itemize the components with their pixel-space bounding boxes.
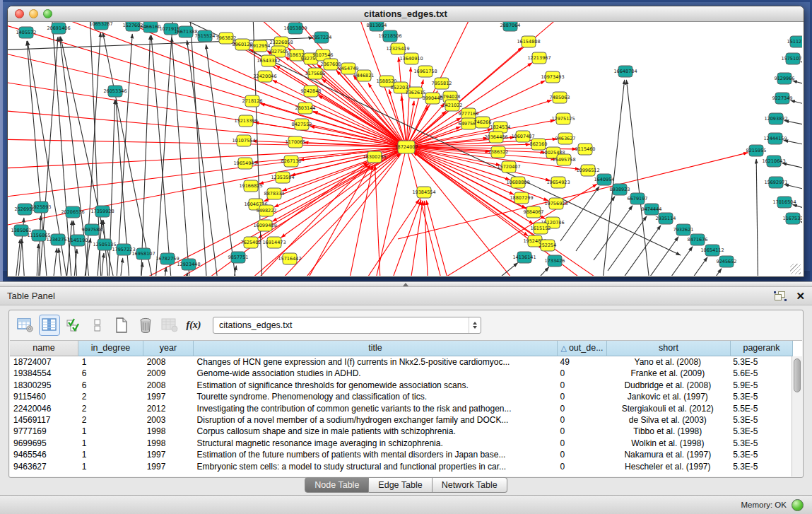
- graph-node[interactable]: 19218506: [378, 30, 401, 42]
- column-header-out_de[interactable]: △out_de...: [558, 341, 607, 356]
- graph-node[interactable]: 862160: [530, 139, 548, 150]
- graph-node[interactable]: 13213399: [234, 115, 257, 127]
- graph-node[interactable]: 8912954: [250, 40, 271, 52]
- graph-node[interactable]: 9857751: [228, 252, 249, 263]
- graph-node[interactable]: 9474444: [642, 204, 662, 215]
- graph-node[interactable]: 9463627: [555, 133, 576, 144]
- graph-node[interactable]: 1405572: [16, 27, 37, 38]
- graph-node[interactable]: 10654112: [700, 245, 724, 256]
- table-row[interactable]: 1830029562008Estimation of significance …: [10, 380, 792, 391]
- graph-node[interactable]: 20206536: [61, 206, 84, 218]
- graph-node[interactable]: 15751074: [781, 53, 802, 64]
- table-row[interactable]: 969969511998Structural magnetic resonanc…: [10, 438, 792, 449]
- graph-node[interactable]: 2935114: [656, 213, 676, 224]
- graph-node[interactable]: 1170065: [286, 136, 306, 148]
- graph-node[interactable]: 8215955: [746, 145, 767, 156]
- graph-node[interactable]: 9097588: [82, 224, 102, 235]
- graph-node[interactable]: 15692971: [764, 177, 787, 188]
- graph-node[interactable]: 17359928: [90, 206, 114, 217]
- graph-node[interactable]: 8813054: [367, 22, 387, 31]
- column-header-title[interactable]: title: [194, 341, 558, 356]
- graph-node[interactable]: 9242848: [301, 86, 322, 97]
- graph-node[interactable]: 1925893: [31, 201, 52, 213]
- table-row[interactable]: 1872400712008Changes of HCN gene express…: [10, 356, 792, 368]
- graph-node[interactable]: 8471676: [688, 234, 708, 245]
- graph-node[interactable]: 7515524: [195, 30, 216, 42]
- graph-node[interactable]: 14136141: [512, 252, 536, 263]
- graph-node[interactable]: 2887064: [500, 22, 521, 31]
- graph-node[interactable]: 16154808: [517, 36, 540, 47]
- graph-node[interactable]: 26053346: [103, 86, 126, 97]
- panel-splitter[interactable]: [0, 281, 812, 287]
- graph-node[interactable]: 1421022: [442, 100, 463, 111]
- show-columns-button[interactable]: [39, 315, 60, 336]
- graph-node[interactable]: 1640954: [594, 174, 615, 185]
- table-row[interactable]: 911546021997Tourette syndrome. Phenomeno…: [10, 391, 792, 402]
- graph-node[interactable]: 9245652: [717, 256, 737, 267]
- column-header-in_degree[interactable]: in_degree: [78, 341, 143, 356]
- graph-node[interactable]: 8427552: [292, 119, 312, 130]
- graph-node[interactable]: 7932621: [673, 224, 694, 235]
- graph-node[interactable]: 6466160: [141, 22, 161, 33]
- graph-node[interactable]: 17016504: [772, 197, 796, 208]
- window-titlebar[interactable]: citations_edges.txt: [8, 6, 804, 22]
- graph-node[interactable]: 20691406: [47, 23, 70, 34]
- graph-node[interactable]: 2803144: [295, 103, 316, 114]
- graph-node[interactable]: 16961758: [413, 66, 437, 77]
- graph-node[interactable]: 12975125: [551, 113, 575, 124]
- tab-edge-table[interactable]: Edge Table: [369, 477, 432, 493]
- create-column-button[interactable]: [111, 315, 132, 336]
- graph-node[interactable]: 10996512: [576, 165, 599, 176]
- graph-node[interactable]: 9446821: [354, 70, 375, 81]
- memory-status-indicator[interactable]: [792, 499, 804, 511]
- function-builder-button[interactable]: f(x): [183, 315, 204, 336]
- graph-node[interactable]: 15720407: [497, 161, 520, 173]
- graph-node[interactable]: 16053809: [283, 23, 307, 34]
- tab-network-table[interactable]: Network Table: [433, 477, 507, 493]
- graph-node[interactable]: 8878334: [264, 188, 285, 199]
- table-scrollbar[interactable]: [792, 356, 802, 477]
- delete-table-button[interactable]: [159, 315, 180, 336]
- table-row[interactable]: 1938455462009Genome-wide association stu…: [10, 368, 792, 379]
- graph-node[interactable]: 9884067: [524, 206, 544, 218]
- table-row[interactable]: 1456911722003Disruption of a novel membe…: [10, 414, 792, 426]
- table-row[interactable]: 946362711997Embryonic stem cells: a mode…: [10, 461, 792, 472]
- column-header-pagerank[interactable]: pagerank: [731, 341, 793, 356]
- graph-node[interactable]: 7955812: [432, 78, 452, 89]
- graph-node[interactable]: 9227349: [772, 93, 793, 104]
- graph-node[interactable]: 19654945: [233, 158, 257, 169]
- graph-node[interactable]: 8938923: [610, 184, 630, 195]
- delete-columns-button[interactable]: [135, 315, 156, 336]
- graph-node[interactable]: 7485063: [550, 92, 570, 103]
- graph-node[interactable]: 1615152: [531, 223, 551, 234]
- graph-node[interactable]: 1167533: [783, 213, 802, 224]
- graph-node[interactable]: 5498222: [257, 205, 277, 216]
- table-row[interactable]: 946554611997Estimation of the future num…: [10, 449, 792, 460]
- float-panel-icon[interactable]: [775, 291, 786, 300]
- graph-node[interactable]: 6679197: [628, 193, 648, 204]
- graph-node[interactable]: 10653287: [89, 22, 112, 30]
- network-view-window[interactable]: citations_edges.txt 14055722069140610653…: [7, 6, 804, 277]
- network-canvas[interactable]: 1405572206914061065328715276026466160107…: [8, 22, 802, 276]
- graph-node[interactable]: 10107554: [232, 135, 255, 146]
- graph-node[interactable]: 252254: [539, 240, 557, 251]
- splitter-handle-icon[interactable]: [403, 283, 408, 286]
- graph-node[interactable]: 7625402: [241, 237, 261, 248]
- close-panel-icon[interactable]: ✕: [796, 291, 805, 301]
- graph-node[interactable]: 9115460: [575, 144, 596, 155]
- graph-node[interactable]: 12093832: [764, 113, 787, 124]
- graph-node[interactable]: 3175685: [305, 68, 326, 79]
- graph-node[interactable]: 16099489: [253, 220, 276, 231]
- graph-node[interactable]: 1511276: [787, 36, 802, 47]
- graph-node[interactable]: 2718126: [242, 95, 263, 107]
- graph-node[interactable]: 16914473: [262, 237, 286, 248]
- scrollbar-thumb[interactable]: [794, 358, 801, 392]
- graph-node[interactable]: 18724007: [394, 141, 418, 153]
- graph-node[interactable]: 19384554: [412, 187, 435, 198]
- table-row[interactable]: 2242004622012Investigating the contribut…: [10, 403, 792, 414]
- clear-column-selection-button[interactable]: [87, 315, 108, 336]
- select-all-columns-button[interactable]: [63, 315, 84, 336]
- table-row[interactable]: 977716911998Corpus callosum shape and si…: [10, 426, 792, 437]
- column-header-short[interactable]: short: [607, 341, 731, 356]
- window-resize-grip[interactable]: [790, 264, 801, 274]
